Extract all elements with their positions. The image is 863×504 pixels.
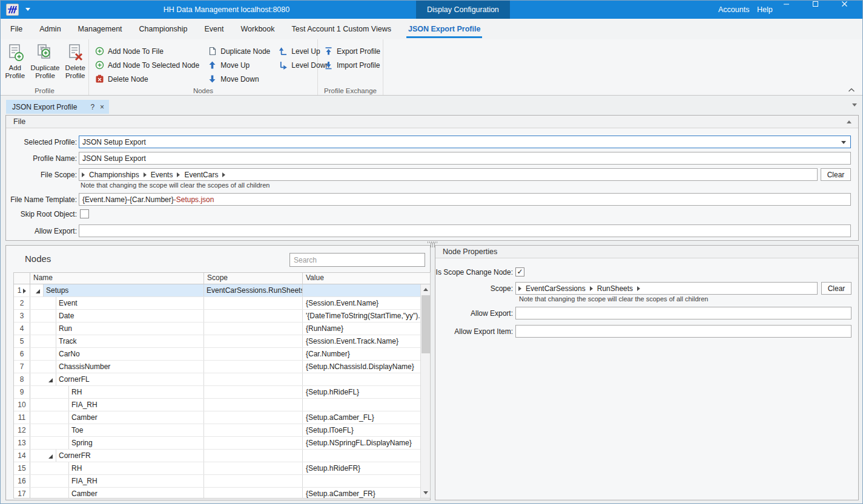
scope-cell[interactable] [204, 437, 303, 449]
table-row[interactable]: 6CarNo{Car.Number} [14, 348, 420, 361]
table-row[interactable]: 13Spring{Setup.NSpringFL.DisplayName} [14, 437, 420, 450]
help-menu[interactable]: Help [757, 1, 773, 19]
search-input[interactable]: Search [289, 253, 425, 267]
add-profile-button[interactable]: Add Profile [4, 43, 26, 80]
collapse-panel-icon[interactable] [847, 120, 851, 123]
scope-cell[interactable] [204, 335, 303, 347]
tab-help-icon[interactable]: ? [90, 103, 94, 111]
scope-column-header[interactable]: Scope [204, 273, 303, 284]
duplicate-profile-button[interactable]: Duplicate Profile [31, 43, 60, 80]
node-allow-export-input[interactable] [515, 307, 851, 319]
crumb-label[interactable]: EventCars [184, 171, 218, 179]
node-scope-breadcrumb[interactable]: EventCarSessionsRunSheets [515, 282, 818, 295]
value-cell[interactable]: {Setup.hRideFL} [303, 386, 420, 398]
value-cell[interactable]: {RunName} [303, 322, 420, 335]
value-cell[interactable]: {Setup.hRideFR} [303, 462, 420, 474]
table-row[interactable]: 5Track{Session.Event.Track.Name} [14, 335, 420, 348]
crumb-arrow-icon[interactable] [222, 172, 225, 177]
row-number-column-header[interactable] [14, 273, 30, 284]
table-row[interactable]: 2Event{Session.Event.Name} [14, 297, 420, 310]
crumb-arrow-icon[interactable] [82, 172, 85, 177]
table-row[interactable]: 4Run{RunName} [14, 322, 420, 335]
is-scope-change-node-checkbox[interactable]: ✓ [515, 267, 524, 277]
profile-name-input[interactable]: JSON Setup Export [79, 152, 851, 165]
add-node-to-file-button[interactable]: Add Node To File [95, 44, 199, 58]
table-row[interactable]: 9RH{Setup.hRideFL} [14, 386, 420, 399]
tab-event[interactable]: Event [196, 19, 232, 39]
name-cell[interactable]: FIA_RH [30, 399, 204, 411]
tab-file[interactable]: File [2, 19, 31, 39]
display-configuration-button[interactable]: Display Configuration [416, 1, 510, 19]
crumb-label[interactable]: Events [151, 171, 173, 179]
scope-cell[interactable] [204, 310, 303, 322]
allow-export-input[interactable] [79, 224, 851, 237]
file-panel-header[interactable]: File [6, 116, 858, 128]
table-row[interactable]: 12Toe{Setup.lToeFL} [14, 424, 420, 437]
name-cell[interactable]: Run [30, 322, 204, 335]
name-cell[interactable]: Camber [30, 411, 204, 424]
value-column-header[interactable]: Value [303, 273, 420, 284]
crumb-arrow-icon[interactable] [144, 172, 147, 177]
name-cell[interactable]: Setups [30, 284, 204, 296]
name-cell[interactable]: FIA_RH [30, 475, 204, 487]
crumb-arrow-icon[interactable] [518, 286, 521, 291]
tab-close-icon[interactable]: × [100, 103, 104, 111]
tab-admin[interactable]: Admin [31, 19, 69, 39]
table-row[interactable]: 16FIA_RH [14, 475, 420, 488]
crumb-arrow-icon[interactable] [637, 286, 640, 291]
tab-management[interactable]: Management [70, 19, 131, 39]
scrollbar-thumb[interactable] [422, 295, 430, 353]
table-row[interactable]: 14CornerFR [14, 450, 420, 462]
scope-cell[interactable] [204, 322, 303, 335]
scope-cell[interactable]: EventCarSessions.RunSheets [204, 284, 303, 296]
scope-cell[interactable] [204, 450, 303, 462]
table-row[interactable]: 3Date'{DateTimeToString(StartTime,"yy").… [14, 310, 420, 322]
scroll-down-icon[interactable] [421, 488, 431, 498]
crumb-label[interactable]: Championships [89, 171, 139, 179]
scope-cell[interactable] [204, 488, 303, 499]
crumb-arrow-icon[interactable] [177, 172, 180, 177]
selected-profile-combobox[interactable]: JSON Setup Export [79, 136, 851, 148]
table-row[interactable]: 15RH{Setup.hRideFR} [14, 462, 420, 475]
name-cell[interactable]: CarNo [30, 348, 204, 360]
value-cell[interactable] [303, 475, 420, 487]
scope-cell[interactable] [204, 411, 303, 424]
name-cell[interactable]: RH [30, 462, 204, 474]
value-cell[interactable]: {Setup.lToeFL} [303, 424, 420, 436]
value-cell[interactable] [303, 284, 420, 296]
delete-node-button[interactable]: Delete Node [95, 72, 199, 86]
crumb-label[interactable]: EventCarSessions [526, 284, 586, 293]
maximize-button[interactable] [812, 1, 833, 19]
close-button[interactable] [841, 1, 862, 19]
tab-list-caret-icon[interactable] [852, 103, 857, 106]
scope-cell[interactable] [204, 475, 303, 487]
crumb-arrow-icon[interactable] [590, 286, 593, 291]
node-scope-clear-button[interactable]: Clear [821, 282, 851, 295]
scope-cell[interactable] [204, 373, 303, 385]
name-cell[interactable]: ChassisNumber [30, 361, 204, 373]
name-cell[interactable]: Spring [30, 437, 204, 449]
vertical-splitter[interactable] [431, 243, 435, 247]
name-cell[interactable]: CornerFR [30, 450, 204, 462]
scope-cell[interactable] [204, 462, 303, 474]
document-tab-json-export-profile[interactable]: JSON Export Profile ? × [6, 100, 109, 114]
export-profile-button[interactable]: Export Profile [324, 44, 380, 58]
value-cell[interactable]: {Setup.NSpringFL.DisplayName} [303, 437, 420, 449]
duplicate-node-button[interactable]: Duplicate Node [208, 44, 270, 58]
name-cell[interactable]: Date [30, 310, 204, 322]
file-scope-breadcrumb[interactable]: ChampionshipsEventsEventCars [79, 168, 818, 181]
scope-cell[interactable] [204, 348, 303, 360]
quick-access-caret-icon[interactable] [25, 8, 30, 11]
tab-workbook[interactable]: Workbook [232, 19, 283, 39]
name-cell[interactable]: Toe [30, 424, 204, 436]
name-cell[interactable]: Camber [30, 488, 204, 499]
table-row[interactable]: 11Camber{Setup.aCamber_FL} [14, 411, 420, 424]
vertical-scrollbar[interactable] [420, 284, 430, 498]
name-cell[interactable]: Track [30, 335, 204, 347]
scope-cell[interactable] [204, 361, 303, 373]
expander-icon[interactable] [48, 454, 53, 459]
tab-test-account-1-custom-views[interactable]: Test Account 1 Custom Views [283, 19, 400, 39]
scope-cell[interactable] [204, 399, 303, 411]
value-cell[interactable] [303, 373, 420, 385]
collapse-ribbon-icon[interactable] [848, 88, 855, 93]
